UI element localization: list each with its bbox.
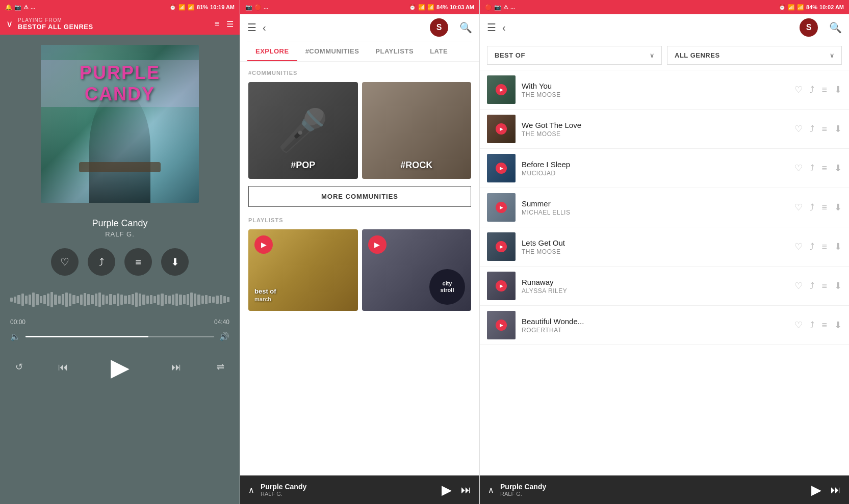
queue-icon[interactable]: ≡	[821, 85, 827, 95]
time-display: 00:00 04:40	[0, 316, 240, 328]
playlist-play-icon[interactable]: ▶	[254, 235, 273, 254]
queue-icon[interactable]: ≡	[821, 242, 827, 252]
playlist-play-icon2[interactable]: ▶	[368, 235, 387, 254]
volume-low-icon[interactable]: 🔈	[10, 332, 20, 341]
mini-chevron-icon3[interactable]: ∧	[488, 485, 494, 495]
table-row[interactable]: ▶ Lets Get Out THE MOOSE ♡ ⤴ ≡ ⬇	[480, 227, 849, 267]
like-icon[interactable]: ♡	[794, 163, 803, 174]
waveform-bar	[201, 296, 204, 304]
like-icon[interactable]: ♡	[794, 280, 803, 291]
search-icon[interactable]: 🔍	[459, 21, 472, 34]
tab-playlists[interactable]: PLAYLISTS	[367, 41, 422, 61]
thumb-play-icon[interactable]: ▶	[496, 163, 507, 174]
like-button[interactable]: ♡	[51, 248, 79, 276]
waveform-bar	[91, 295, 93, 304]
thumb-play-icon[interactable]: ▶	[496, 84, 507, 95]
table-row[interactable]: ▶ Summer MICHAEL ELLIS ♡ ⤴ ≡ ⬇	[480, 188, 849, 227]
download-button[interactable]: ⬇	[161, 248, 189, 276]
hamburger-icon[interactable]: ☰	[247, 21, 256, 34]
battery-level: 81%	[197, 4, 208, 10]
table-row[interactable]: ▶ Before I Sleep MUCIOJAD ♡ ⤴ ≡ ⬇	[480, 149, 849, 188]
share-button[interactable]: ⤴	[88, 248, 115, 276]
bench-element	[79, 162, 161, 172]
mini-song-artist3: RALF G.	[500, 491, 805, 497]
table-row[interactable]: ▶ Runaway ALYSSA RILEY ♡ ⤴ ≡ ⬇	[480, 267, 849, 306]
mini-next-button3[interactable]: ⏭	[831, 484, 841, 496]
download-icon[interactable]: ⬇	[834, 163, 842, 174]
download-icon[interactable]: ⬇	[834, 320, 842, 331]
back-arrow-icon[interactable]: ‹	[263, 22, 266, 34]
user-avatar[interactable]: S	[430, 18, 448, 37]
playlist-button[interactable]: ≡	[124, 248, 152, 276]
filter-best-of-label: BEST OF	[495, 51, 525, 59]
community-card-pop[interactable]: 🎤 #POP	[248, 82, 358, 179]
like-icon[interactable]: ♡	[794, 202, 803, 213]
like-icon[interactable]: ♡	[794, 241, 803, 252]
play-pause-button[interactable]: ▶	[104, 351, 136, 383]
time-display-status: 10:19 AM	[210, 4, 235, 10]
hamburger-icon3[interactable]: ☰	[487, 21, 496, 34]
download-icon[interactable]: ⬇	[834, 280, 842, 291]
mini-play-button[interactable]: ▶	[442, 482, 452, 498]
playlist-card-city[interactable]: ▶ citystroll	[362, 229, 472, 311]
thumb-play-icon[interactable]: ▶	[496, 123, 507, 135]
waveform[interactable]: // Generate waveform bars const heights …	[10, 287, 229, 312]
shuffle-icon[interactable]: ⇌	[217, 361, 224, 373]
user-avatar3[interactable]: S	[800, 18, 818, 37]
share-icon[interactable]: ⤴	[810, 163, 814, 174]
queue-icon[interactable]: ≡	[821, 163, 827, 174]
tab-late[interactable]: LATE	[422, 41, 456, 61]
table-row[interactable]: ▶ With You THE MOOSE ♡ ⤴ ≡ ⬇	[480, 70, 849, 110]
volume-bar[interactable]	[25, 336, 214, 337]
filter-genres[interactable]: ALL GENRES ∨	[667, 46, 842, 65]
back-arrow-icon3[interactable]: ‹	[502, 22, 506, 34]
mini-chevron-icon[interactable]: ∧	[248, 485, 254, 495]
thumb-play-icon[interactable]: ▶	[496, 320, 507, 331]
p2-status-left: 📷 🔴 ...	[245, 4, 268, 11]
repeat-icon[interactable]: ↺	[15, 361, 23, 373]
like-icon[interactable]: ♡	[794, 84, 803, 95]
queue-icon[interactable]: ≡	[821, 320, 827, 331]
waveform-bar	[65, 293, 68, 307]
thumb-play-icon[interactable]: ▶	[496, 202, 507, 213]
tab-communities[interactable]: #COMMUNITIES	[297, 41, 368, 61]
song-thumbnail: ▶	[487, 272, 516, 300]
search-icon3[interactable]: 🔍	[829, 21, 842, 34]
share-icon[interactable]: ⤴	[810, 124, 814, 135]
more-communities-button[interactable]: MORE COMMUNITIES	[248, 186, 471, 207]
queue-icon[interactable]: ≡	[821, 202, 827, 213]
playlist-card-march[interactable]: ▶ best ofmarch	[248, 229, 358, 311]
share-icon[interactable]: ⤴	[810, 85, 814, 95]
next-button[interactable]: ⏭	[171, 361, 182, 373]
filter-best-of[interactable]: BEST OF ∨	[487, 46, 662, 65]
collapse-icon[interactable]: ∨	[6, 18, 13, 30]
download-icon[interactable]: ⬇	[834, 241, 842, 252]
share-icon[interactable]: ⤴	[810, 242, 814, 252]
playlist-bg-dark: ▶ citystroll	[362, 229, 472, 311]
share-icon[interactable]: ⤴	[810, 281, 814, 291]
song-list-header: ☰ ‹ S 🔍 BEST OF ∨ ALL GENRES ∨	[480, 14, 849, 70]
queue-icon[interactable]: ≡	[215, 19, 219, 29]
share-icon[interactable]: ⤴	[810, 202, 814, 213]
queue-icon[interactable]: ≡	[821, 124, 827, 135]
like-icon[interactable]: ♡	[794, 320, 803, 331]
download-icon[interactable]: ⬇	[834, 84, 842, 95]
like-icon[interactable]: ♡	[794, 123, 803, 135]
mini-controls: ▶ ⏭	[442, 482, 471, 498]
thumb-play-icon[interactable]: ▶	[496, 241, 507, 252]
thumb-play-icon[interactable]: ▶	[496, 280, 507, 291]
tab-explore[interactable]: EXPLORE	[247, 41, 297, 61]
download-icon[interactable]: ⬇	[834, 123, 842, 135]
mini-play-button3[interactable]: ▶	[811, 482, 821, 498]
menu-icon[interactable]: ☰	[226, 19, 234, 29]
waveform-bar	[209, 296, 211, 303]
volume-high-icon[interactable]: 🔊	[219, 332, 229, 341]
download-icon[interactable]: ⬇	[834, 202, 842, 213]
table-row[interactable]: ▶ We Got The Love THE MOOSE ♡ ⤴ ≡ ⬇	[480, 110, 849, 149]
table-row[interactable]: ▶ Beautiful Wonde... ROGERTHAT ♡ ⤴ ≡ ⬇	[480, 306, 849, 345]
share-icon[interactable]: ⤴	[810, 320, 814, 331]
mini-next-button[interactable]: ⏭	[461, 484, 471, 496]
community-card-rock[interactable]: #ROCK	[362, 82, 472, 179]
queue-icon[interactable]: ≡	[821, 281, 827, 291]
prev-button[interactable]: ⏮	[58, 361, 68, 373]
